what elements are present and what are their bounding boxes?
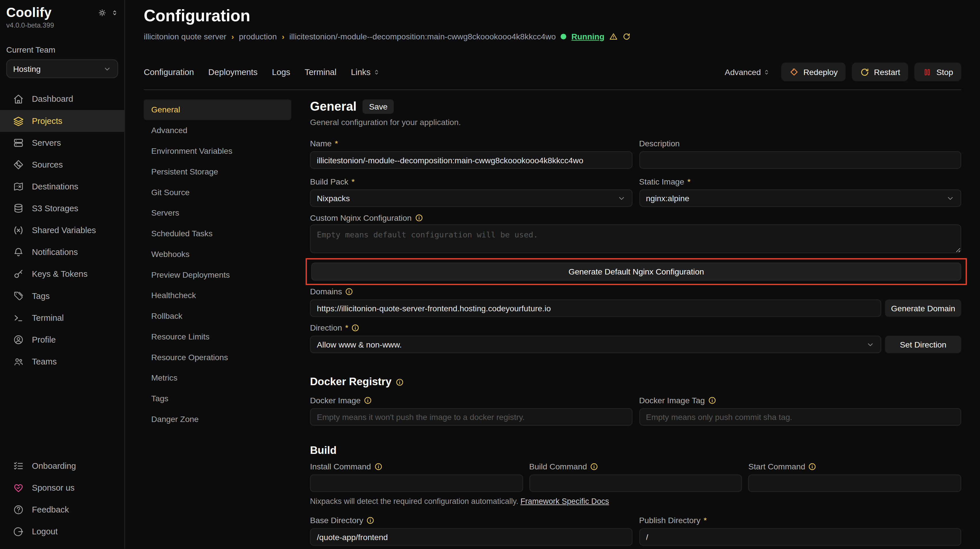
nixpacks-note: Nixpacks will detect the required config… [310,497,961,506]
subnav-rollback[interactable]: Rollback [144,306,291,326]
sidebar-item-teams[interactable]: Teams [0,351,124,372]
publish-directory-label: Publish Directory [639,516,701,525]
sidebar-item-profile[interactable]: Profile [0,329,124,351]
direction-select[interactable]: Allow www & non-www. [310,336,881,353]
deploy-icon [790,67,799,77]
docker-image-tag-label: Docker Image Tag [639,396,705,405]
tab-bar: Configuration Deployments Logs Terminal … [144,62,961,81]
static-image-label: Static Image [639,177,684,186]
sidebar: Coolify v4.0.0-beta.399 Current Team Hos… [0,0,125,549]
build-command-input[interactable] [529,474,742,492]
app-logo: Coolify [6,5,52,20]
sidebar-footer: Onboarding Sponsor us Feedback Logout [0,455,124,543]
status-dot [561,33,566,40]
subnav-resource-operations[interactable]: Resource Operations [144,347,291,368]
sidebar-item-dashboard[interactable]: Dashboard [0,88,124,110]
subnav-advanced[interactable]: Advanced [144,120,291,141]
subnav-preview-deployments[interactable]: Preview Deployments [144,264,291,285]
base-directory-label: Base Directory [310,516,363,525]
generate-default-nginx-configuration-button[interactable]: Generate Default Nginx Configuration [311,263,961,280]
tab-divider [144,89,961,90]
publish-directory-input[interactable] [639,528,961,546]
subnav-resource-limits[interactable]: Resource Limits [144,326,291,347]
home-icon [13,94,24,104]
team-select[interactable]: Hosting [6,59,118,78]
static-image-select[interactable]: nginx:alpine [639,189,961,207]
subnav-scheduled-tasks[interactable]: Scheduled Tasks [144,223,291,244]
stop-button[interactable]: Stop [915,62,961,81]
sidebar-item-shared-variables[interactable]: Shared Variables [0,219,124,241]
coolify-app: Coolify v4.0.0-beta.399 Current Team Hos… [0,0,980,549]
sidebar-item-logout[interactable]: Logout [0,521,124,543]
breadcrumb-application[interactable]: illicitestonion/-module--decomposition:m… [290,32,556,41]
key-icon [13,269,24,279]
generate-domain-button[interactable]: Generate Domain [885,299,961,317]
section-heading-general: General [310,99,356,114]
subnav-general[interactable]: General [144,99,291,120]
save-button[interactable]: Save [363,99,394,114]
tab-links[interactable]: Links [351,67,380,77]
breadcrumb-environment[interactable]: production [239,32,277,41]
name-label: Name [310,139,332,148]
sidebar-item-terminal[interactable]: Terminal [0,307,124,329]
build-command-label: Build Command [529,462,587,471]
subnav-healthcheck[interactable]: Healthcheck [144,285,291,306]
info-icon [364,396,372,404]
framework-docs-link[interactable]: Framework Specific Docs [520,497,609,506]
info-icon [396,378,404,386]
subnav-tags[interactable]: Tags [144,388,291,409]
section-heading-build: Build [310,444,337,457]
tab-configuration[interactable]: Configuration [144,67,194,77]
tab-deployments[interactable]: Deployments [208,67,258,77]
sidebar-item-s3-storages[interactable]: S3 Storages [0,197,124,219]
name-input[interactable] [310,151,632,169]
custom-nginx-textarea[interactable] [310,224,961,253]
user-icon [13,334,24,345]
subnav-servers[interactable]: Servers [144,203,291,223]
sidebar-item-sources[interactable]: Sources [0,154,124,176]
subnav-environment-variables[interactable]: Environment Variables [144,140,291,161]
sidebar-item-onboarding[interactable]: Onboarding [0,455,124,477]
set-direction-button[interactable]: Set Direction [885,336,961,353]
subnav-webhooks[interactable]: Webhooks [144,244,291,264]
theme-toggle-sun-icon[interactable] [98,8,106,16]
sidebar-item-keys-tokens[interactable]: Keys & Tokens [0,263,124,285]
status-badge[interactable]: Running [571,32,605,41]
docker-image-input[interactable] [310,408,632,426]
info-icon [352,324,360,332]
chevron-down-icon [103,65,111,73]
subnav-persistent-storage[interactable]: Persistent Storage [144,161,291,182]
sidebar-item-projects[interactable]: Projects [0,110,124,132]
domains-input[interactable] [310,299,881,317]
sidebar-item-destinations[interactable]: Destinations [0,176,124,197]
sidebar-collapse-chevrons-icon[interactable] [111,9,118,16]
description-input[interactable] [639,151,961,169]
install-command-input[interactable] [310,474,523,492]
advanced-dropdown[interactable]: Advanced [725,67,770,77]
subnav-git-source[interactable]: Git Source [144,182,291,203]
restart-button[interactable]: Restart [852,62,908,81]
breadcrumb-project[interactable]: illicitonion quote server [144,32,226,41]
start-command-input[interactable] [748,474,961,492]
sidebar-item-feedback[interactable]: Feedback [0,499,124,520]
required-marker: * [687,177,690,186]
sidebar-item-notifications[interactable]: Notifications [0,241,124,263]
tab-terminal[interactable]: Terminal [305,67,337,77]
team-select-value: Hosting [13,64,41,73]
redeploy-button[interactable]: Redeploy [781,62,846,81]
help-icon [13,504,24,515]
build-pack-select[interactable]: Nixpacks [310,189,632,207]
sidebar-item-servers[interactable]: Servers [0,132,124,154]
base-directory-input[interactable] [310,528,632,546]
subnav-metrics[interactable]: Metrics [144,368,291,388]
docker-image-tag-input[interactable] [639,408,961,426]
subnav-danger-zone[interactable]: Danger Zone [144,409,291,430]
chevrons-up-down-icon [763,68,770,75]
custom-nginx-label: Custom Nginx Configuration [310,213,412,223]
info-icon [415,214,423,222]
sidebar-item-tags[interactable]: Tags [0,285,124,307]
required-marker: * [345,323,348,333]
tab-logs[interactable]: Logs [272,67,290,77]
sidebar-item-sponsor-us[interactable]: Sponsor us [0,477,124,499]
refresh-status-icon[interactable] [622,32,630,41]
